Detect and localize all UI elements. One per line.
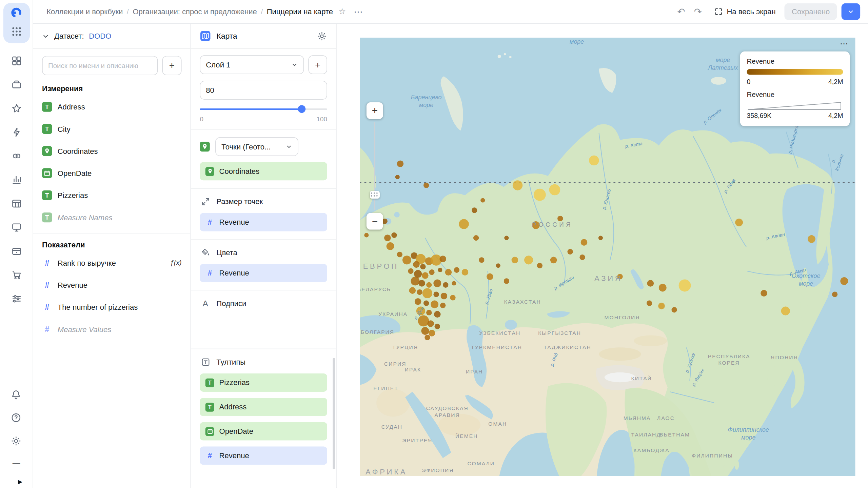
storage-icon[interactable] — [11, 245, 22, 257]
dataset-name-link[interactable]: DODO — [89, 32, 111, 40]
opacity-input[interactable] — [200, 81, 327, 100]
map-point[interactable] — [397, 160, 404, 167]
map-point[interactable] — [589, 156, 599, 165]
map-point[interactable] — [402, 256, 411, 264]
map-point[interactable] — [431, 301, 438, 308]
map-point[interactable] — [414, 270, 422, 278]
chip-opendate[interactable]: OpenDate — [200, 422, 327, 441]
map-point[interactable] — [423, 183, 429, 188]
add-layer-button[interactable]: + — [308, 55, 327, 74]
field-item-pizzerias[interactable]: T Pizzerias — [33, 184, 191, 206]
add-field-button[interactable]: + — [162, 56, 181, 75]
chip-size-revenue[interactable]: # Revenue — [200, 213, 327, 231]
map-point[interactable] — [420, 264, 426, 269]
field-item-city[interactable]: T City — [33, 118, 191, 140]
help-icon[interactable] — [11, 412, 22, 423]
monitor-icon[interactable] — [11, 221, 22, 233]
map-point[interactable] — [395, 175, 400, 179]
panel-scrollbar[interactable] — [333, 358, 335, 469]
services-circles-icon[interactable] — [11, 150, 22, 161]
chip-tooltip-revenue[interactable]: # Revenue — [200, 447, 327, 465]
map-point[interactable] — [480, 198, 485, 202]
zoom-slider-track[interactable] — [374, 122, 375, 210]
map-point[interactable] — [735, 219, 743, 226]
map-point[interactable] — [840, 277, 848, 285]
more-actions-icon[interactable]: ⋯ — [354, 6, 363, 17]
field-item-number-of-pizzerias[interactable]: # The number of pizzerias — [33, 296, 191, 318]
field-item-coordinates[interactable]: Coordinates — [33, 140, 191, 162]
map-point[interactable] — [504, 278, 509, 284]
map-point[interactable] — [567, 249, 573, 255]
map-point[interactable] — [384, 235, 391, 241]
dataset-header[interactable]: Датасет: DODO — [33, 24, 191, 48]
saved-button[interactable]: Сохранено — [785, 3, 837, 20]
expand-arrow-icon[interactable]: ▶ — [18, 479, 22, 485]
favorite-star-icon[interactable]: ☆ — [338, 7, 346, 17]
collections-icon[interactable] — [11, 79, 22, 90]
map-point[interactable] — [397, 252, 402, 257]
chip-coordinates[interactable]: Coordinates — [200, 162, 327, 180]
map-point[interactable] — [487, 273, 493, 280]
apps-grid-icon[interactable] — [11, 25, 22, 37]
map-point[interactable] — [496, 263, 500, 268]
favorites-icon[interactable] — [11, 102, 22, 114]
map-point[interactable] — [504, 236, 509, 240]
save-dropdown-button[interactable] — [842, 3, 861, 20]
map-point[interactable] — [439, 256, 446, 262]
map-point[interactable] — [659, 284, 667, 292]
map-point[interactable] — [413, 261, 420, 268]
map-point[interactable] — [472, 207, 477, 213]
map-point[interactable] — [364, 233, 369, 237]
chip-color-revenue[interactable]: # Revenue — [200, 264, 327, 282]
chip-pizzerias[interactable]: T Pizzerias — [200, 373, 327, 392]
map-point[interactable] — [598, 236, 603, 240]
map-options-icon[interactable]: ⋯ — [840, 39, 849, 48]
map-point[interactable] — [418, 316, 429, 327]
field-item-address[interactable]: T Address — [33, 96, 191, 118]
map-point[interactable] — [426, 310, 432, 315]
field-item-measure-values[interactable]: # Measure Values — [33, 318, 191, 340]
map-point[interactable] — [422, 272, 429, 279]
map-point[interactable] — [429, 330, 435, 337]
breadcrumb-workbook[interactable]: Организации: спрос и предложение — [133, 7, 257, 16]
map-point[interactable] — [409, 287, 416, 294]
map-point[interactable] — [435, 324, 440, 329]
map-point[interactable] — [647, 280, 654, 287]
zoom-out-button[interactable]: − — [367, 213, 383, 230]
map-point[interactable] — [647, 301, 652, 306]
collapse-panel-icon[interactable]: — — [13, 458, 20, 467]
map-point[interactable] — [429, 269, 434, 275]
map-point[interactable] — [391, 232, 397, 238]
redo-icon[interactable]: ↷ — [694, 7, 702, 16]
chip-address[interactable]: T Address — [200, 398, 327, 416]
map-point[interactable] — [617, 274, 623, 279]
map-point[interactable] — [415, 298, 421, 305]
chart-settings-gear-icon[interactable] — [317, 31, 327, 41]
settings-gear-icon[interactable] — [11, 435, 22, 446]
map-point[interactable] — [479, 257, 484, 263]
zoom-in-button[interactable]: + — [367, 102, 383, 119]
map-point[interactable] — [450, 295, 455, 300]
map-point[interactable] — [579, 255, 585, 260]
map-point[interactable] — [549, 184, 560, 196]
datasets-table-icon[interactable] — [11, 198, 22, 209]
field-item-opendate[interactable]: OpenDate — [33, 162, 191, 184]
map-point[interactable] — [761, 290, 767, 297]
map-point[interactable] — [434, 311, 441, 318]
charts-icon[interactable] — [11, 174, 22, 185]
map-point[interactable] — [440, 303, 446, 308]
field-item-measure-names[interactable]: T Measure Names — [33, 206, 191, 228]
map-point[interactable] — [416, 306, 425, 315]
map-point[interactable] — [445, 269, 452, 276]
map-point[interactable] — [422, 288, 432, 298]
map-point[interactable] — [808, 235, 815, 243]
fullscreen-button[interactable]: На весь экран — [714, 7, 776, 16]
map-point[interactable] — [581, 239, 588, 246]
opacity-slider[interactable] — [200, 105, 327, 113]
map-point[interactable] — [433, 279, 441, 287]
field-search-input[interactable] — [42, 56, 158, 75]
map-point[interactable] — [671, 307, 677, 312]
map-point[interactable] — [781, 306, 790, 315]
lightning-icon[interactable] — [11, 126, 22, 138]
map-point[interactable] — [832, 291, 837, 297]
